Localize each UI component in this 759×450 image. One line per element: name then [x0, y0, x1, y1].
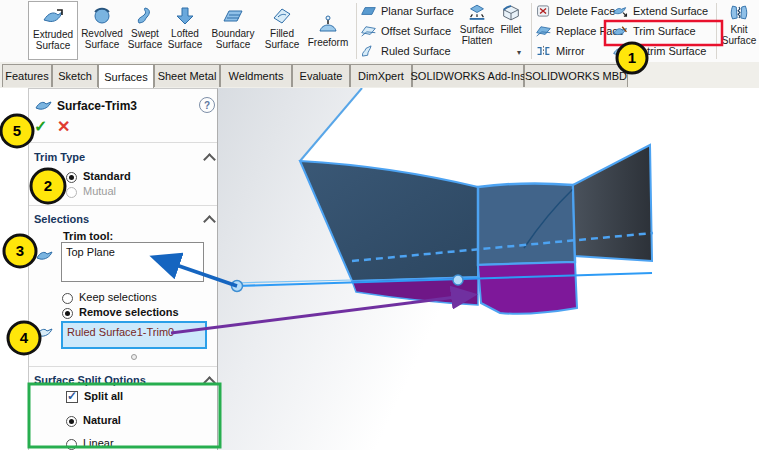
selections-header[interactable]: Selections — [34, 213, 89, 225]
extruded-surface-button[interactable]: Extruded Surface — [28, 1, 78, 60]
mirror-button[interactable]: Mirror — [535, 41, 585, 60]
tab-sheet-metal[interactable]: Sheet Metal — [154, 64, 220, 87]
knit-surface-icon — [728, 3, 750, 22]
mirror-icon — [535, 44, 552, 58]
radio-label: Remove selections — [79, 306, 179, 318]
planar-surface-label: Planar Surface — [381, 5, 454, 17]
knit-surface-button[interactable]: Knit Surface — [720, 1, 758, 46]
lofted-surface-icon — [173, 6, 197, 26]
panel-title: Surface-Trim3 — [57, 99, 137, 113]
tab-label: SOLIDWORKS MBD — [525, 70, 627, 82]
model-canvas — [218, 88, 759, 450]
collapse-chevron-icon[interactable] — [203, 153, 216, 166]
tab-label: Evaluate — [300, 70, 343, 82]
radio-icon — [66, 416, 77, 427]
extruded-surface-icon — [41, 7, 65, 27]
surface-flatten-label: Surface Flatten — [460, 24, 494, 46]
tab-sketch[interactable]: Sketch — [52, 64, 98, 87]
trim-tool-label: Trim tool: — [63, 230, 113, 242]
untrim-surface-label: Untrim Surface — [633, 45, 706, 57]
plane-handle-sphere[interactable] — [453, 275, 463, 285]
collapse-chevron-icon[interactable] — [203, 215, 216, 228]
radio-remove-selections[interactable]: Remove selections — [62, 306, 179, 319]
radio-linear[interactable]: Linear — [66, 437, 114, 450]
boundary-surface-icon — [221, 6, 245, 26]
callout-number: 3 — [16, 242, 24, 259]
box-resize-handle[interactable] — [131, 354, 137, 360]
tab-weldments[interactable]: Weldments — [220, 64, 292, 87]
planar-surface-icon — [360, 4, 377, 18]
tab-label: Weldments — [229, 70, 284, 82]
delete-face-button[interactable]: Delete Face — [535, 1, 615, 20]
filled-surface-button[interactable]: Filled Surface — [261, 1, 303, 60]
tab-solidworks-mbd[interactable]: SOLIDWORKS MBD — [524, 64, 628, 87]
toolbar-separator — [716, 3, 717, 59]
mirror-label: Mirror — [556, 45, 585, 57]
tab-label: Sheet Metal — [158, 70, 217, 82]
tab-evaluate[interactable]: Evaluate — [292, 64, 350, 87]
knit-surface-label: Knit Surface — [722, 24, 756, 46]
offset-surface-button[interactable]: Offset Surface — [360, 21, 451, 40]
tab-solidworks-add-ins[interactable]: SOLIDWORKS Add-Ins — [412, 64, 524, 87]
radio-keep-selections[interactable]: Keep selections — [62, 291, 157, 304]
planar-surface-button[interactable]: Planar Surface — [360, 1, 454, 20]
ruled-surface-button[interactable]: Ruled Surface — [360, 41, 451, 60]
graphics-area[interactable] — [218, 88, 759, 450]
trim-surface-button[interactable]: Trim Surface — [612, 21, 696, 40]
trim-type-header[interactable]: Trim Type — [34, 151, 85, 163]
freeform-icon — [316, 15, 340, 35]
radio-label: Natural — [83, 414, 121, 426]
help-icon[interactable]: ? — [199, 97, 215, 113]
fillet-dropdown-caret[interactable]: ▾ — [517, 48, 521, 57]
freeform-label: Freeform — [308, 37, 349, 48]
lofted-surface-button[interactable]: Lofted Surface — [165, 1, 205, 60]
extruded-surface-label: Extruded Surface — [33, 29, 73, 51]
swept-surface-button[interactable]: Swept Surface — [126, 1, 164, 60]
command-manager-tabs: Features Sketch Surfaces Sheet Metal Wel… — [0, 62, 759, 88]
untrim-surface-button[interactable]: Untrim Surface — [612, 41, 706, 60]
ok-button[interactable]: ✓ — [34, 119, 47, 135]
surface-split-options-header[interactable]: Surface Split Options — [34, 374, 146, 386]
radio-natural[interactable]: Natural — [66, 414, 121, 427]
swept-surface-icon — [133, 6, 157, 26]
fillet-button[interactable]: Fillet — [494, 1, 528, 35]
replace-face-icon — [535, 24, 552, 38]
extend-surface-button[interactable]: Extend Surface — [612, 1, 708, 20]
checkbox-split-all[interactable]: Split all — [66, 390, 123, 403]
revolved-surface-button[interactable]: Revolved Surface — [79, 1, 125, 60]
tab-features[interactable]: Features — [2, 64, 52, 87]
fillet-icon — [500, 3, 522, 22]
remove-selection-value: Ruled Surface1-Trim0 — [67, 326, 174, 338]
collapse-chevron-icon[interactable] — [203, 376, 216, 389]
revolved-surface-label: Revolved Surface — [81, 28, 123, 50]
surface-icon — [35, 324, 55, 340]
boundary-surface-button[interactable]: Boundary Surface — [206, 1, 260, 60]
separator — [29, 142, 217, 143]
cancel-button[interactable]: ✕ — [57, 119, 70, 135]
tab-surfaces[interactable]: Surfaces — [98, 64, 154, 88]
lofted-surface-label: Lofted Surface — [168, 28, 202, 50]
tab-dimxpert[interactable]: DimXpert — [350, 64, 412, 87]
separator — [29, 205, 217, 206]
trim-region-right[interactable] — [478, 262, 577, 314]
trim-tool-value: Top Plane — [66, 246, 115, 258]
freeform-button[interactable]: Freeform — [304, 1, 352, 60]
swept-surface-label: Swept Surface — [128, 28, 162, 50]
remove-selections-box[interactable]: Ruled Surface1-Trim0 — [61, 321, 207, 349]
tab-label: Surfaces — [104, 71, 147, 83]
separator — [29, 366, 217, 367]
radio-icon — [66, 439, 77, 450]
checkbox-icon — [66, 391, 78, 403]
fillet-label: Fillet — [500, 24, 521, 35]
replace-face-button[interactable]: Replace Face — [535, 21, 624, 40]
boundary-surface-label: Boundary Surface — [212, 28, 255, 50]
radio-standard[interactable]: Standard — [66, 170, 131, 183]
middle-surface-panel[interactable] — [478, 183, 575, 265]
radio-icon — [62, 293, 73, 304]
revolved-surface-icon — [90, 6, 114, 26]
radio-label: Mutual — [83, 185, 116, 197]
plane-handle-sphere[interactable] — [232, 281, 243, 292]
radio-mutual[interactable]: Mutual — [66, 185, 116, 198]
trim-tool-selection-box[interactable]: Top Plane — [61, 242, 204, 282]
extend-surface-label: Extend Surface — [633, 5, 708, 17]
